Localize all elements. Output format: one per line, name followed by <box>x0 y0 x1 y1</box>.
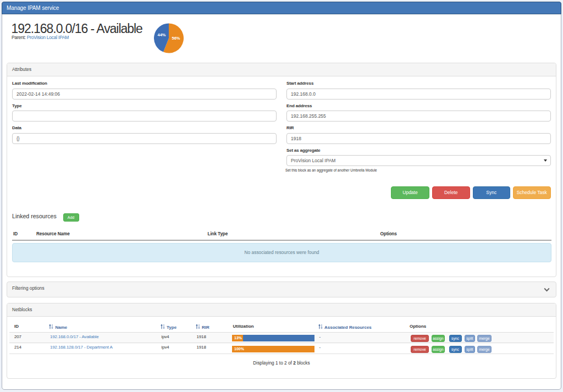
svg-text:44%: 44% <box>157 32 165 37</box>
svg-text:56%: 56% <box>172 35 180 40</box>
